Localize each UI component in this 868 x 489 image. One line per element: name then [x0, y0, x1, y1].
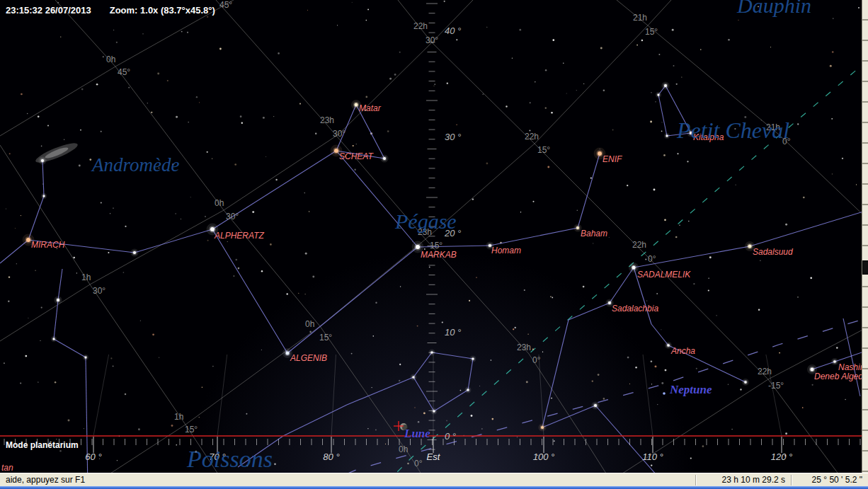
ruler-thumb[interactable] [862, 260, 868, 275]
star[interactable] [744, 381, 747, 384]
background-star [491, 359, 492, 361]
meridian-altitude-label: 40 ° [445, 26, 461, 35]
background-star [530, 102, 531, 103]
background-star [240, 115, 242, 117]
star[interactable] [608, 301, 611, 304]
neptune-symbol[interactable] [663, 392, 666, 395]
datetime-label: 23:15:32 26/07/2013 [6, 5, 91, 16]
planet-name-label[interactable]: Neptune [670, 384, 712, 396]
star[interactable] [286, 352, 290, 355]
background-star [635, 367, 637, 369]
star[interactable] [748, 245, 752, 248]
star[interactable] [57, 299, 59, 301]
background-star [658, 54, 660, 55]
background-star [785, 432, 787, 435]
star[interactable] [43, 195, 45, 197]
background-star [116, 42, 118, 43]
star[interactable] [467, 389, 469, 391]
star[interactable] [85, 357, 87, 359]
star-name-label[interactable]: ALPHERATZ [215, 231, 264, 240]
background-star [8, 301, 9, 302]
star[interactable] [433, 410, 435, 412]
star-name-label[interactable]: tan [1, 464, 13, 472]
sky-chart-canvas[interactable]: 0h45°45°23h30°22h30°21h15°22h15°23h15°0h… [0, 0, 868, 473]
star[interactable] [472, 357, 474, 359]
star[interactable] [430, 351, 433, 353]
background-star [603, 90, 605, 92]
background-star [811, 384, 813, 386]
star[interactable] [334, 149, 338, 153]
background-star [566, 93, 567, 93]
background-star [27, 113, 28, 114]
star-name-label[interactable]: MARKAB [421, 251, 457, 259]
background-star [278, 52, 280, 54]
star-name-label[interactable]: Sadalachbia [612, 304, 658, 313]
constellation-name-label: Pégase [395, 211, 457, 232]
background-star [59, 450, 62, 452]
grid-coordinate-label: 45° [118, 68, 130, 76]
background-star [351, 353, 353, 355]
star[interactable] [355, 103, 358, 107]
background-star [779, 352, 780, 354]
background-star [400, 286, 401, 287]
background-star [84, 428, 84, 429]
star[interactable] [666, 135, 668, 137]
equatorial-grid-line [0, 145, 228, 473]
status-help-text: aide, appuyez sur F1 [0, 475, 695, 485]
star-name-label[interactable]: ENIF [603, 155, 622, 163]
background-star [583, 286, 585, 288]
background-star [28, 318, 28, 318]
azimuth-label: Est [427, 452, 440, 461]
background-star [176, 444, 177, 446]
star-name-label[interactable]: Ancha [671, 347, 695, 355]
star-name-label[interactable]: SCHEAT [339, 152, 373, 161]
grid-coordinate-label: 15° [185, 425, 198, 434]
star[interactable] [664, 84, 667, 87]
grid-coordinate-label: 23h [320, 116, 334, 125]
star-name-label[interactable]: Baham [581, 229, 607, 238]
star[interactable] [576, 226, 579, 229]
star-name-label[interactable]: Matar [359, 104, 381, 113]
star[interactable] [658, 94, 660, 96]
grid-coordinate-label: 21h [633, 13, 647, 22]
constellation-line [28, 196, 44, 240]
star[interactable] [26, 238, 30, 242]
background-star [309, 211, 309, 212]
background-star [646, 300, 647, 301]
background-star [479, 386, 480, 386]
meridian-altitude-label: 30 ° [445, 132, 461, 142]
constellation-line [212, 229, 287, 353]
star[interactable] [41, 159, 44, 162]
background-star [117, 460, 118, 461]
star[interactable] [416, 245, 420, 249]
star[interactable] [594, 404, 597, 407]
background-star [469, 300, 470, 301]
background-star [433, 86, 434, 86]
star-name-label[interactable]: MIRACH [31, 241, 64, 249]
background-star [207, 16, 208, 18]
background-star [520, 212, 521, 212]
star[interactable] [632, 266, 636, 270]
star[interactable] [133, 251, 136, 254]
constellation-line [413, 377, 434, 411]
star[interactable] [541, 426, 544, 429]
background-star [312, 276, 314, 278]
background-star [96, 84, 98, 86]
star[interactable] [811, 368, 814, 372]
star-name-label[interactable]: Deneb Algedi [814, 372, 865, 381]
star[interactable] [833, 360, 836, 363]
grid-coordinate-label: 30° [93, 287, 105, 295]
right-position-ruler[interactable] [862, 0, 868, 473]
star-name-label[interactable]: Homam [491, 246, 521, 255]
star[interactable] [598, 151, 602, 156]
star[interactable] [412, 376, 414, 378]
star-name-label[interactable]: ALGENIB [290, 354, 327, 362]
star-name-label[interactable]: SADALMELIK [637, 270, 690, 279]
star[interactable] [383, 157, 386, 160]
star-name-label[interactable]: Sadalsuud [753, 248, 793, 256]
star[interactable] [53, 338, 55, 340]
background-star [738, 20, 738, 21]
planet-name-label[interactable]: Lune [404, 427, 430, 439]
star[interactable] [667, 344, 670, 347]
background-star [207, 240, 209, 241]
